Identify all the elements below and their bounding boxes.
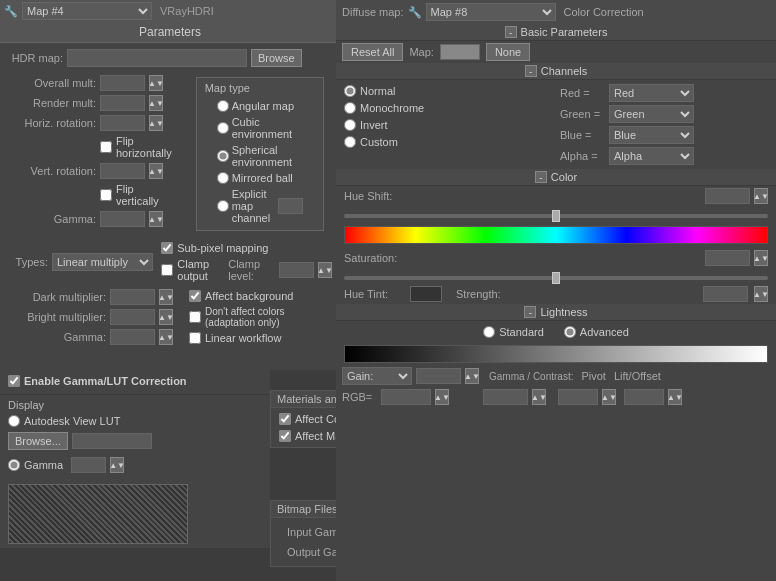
gamma2-spin[interactable]: ▲▼ [159, 329, 173, 345]
gamma-val-input[interactable]: 0,454 [483, 389, 528, 405]
standard-radio-row[interactable]: Standard [483, 325, 544, 339]
gamma-radio[interactable] [8, 459, 20, 471]
lift-val-spin[interactable]: ▲▼ [668, 389, 682, 405]
saturation-slider[interactable] [344, 276, 768, 280]
invert-radio-row[interactable]: Invert [344, 118, 552, 132]
render-mult-input[interactable]: 1,0 [100, 95, 145, 111]
flip-vert-checkbox[interactable] [100, 189, 112, 201]
explicit-value-input[interactable]: 1 [278, 198, 303, 214]
gamma-radio-row[interactable]: Gamma 2,2 ▲▼ [8, 456, 262, 474]
bright-mult-spin[interactable]: ▲▼ [159, 309, 173, 325]
lightness-collapse[interactable]: - [524, 306, 536, 318]
spherical-radio[interactable] [217, 150, 229, 162]
affect-bg-checkbox[interactable] [189, 290, 201, 302]
green-channel-select[interactable]: Green [609, 105, 694, 123]
gain-select[interactable]: Gain: [342, 367, 412, 385]
clamp-row[interactable]: Clamp output [161, 257, 224, 283]
color-collapse[interactable]: - [535, 171, 547, 183]
channels-collapse[interactable]: - [525, 65, 537, 77]
gamma-lut-checkbox[interactable] [8, 375, 20, 387]
mirrored-radio[interactable] [217, 172, 229, 184]
advanced-radio[interactable] [564, 326, 576, 338]
normal-radio[interactable] [344, 85, 356, 97]
pivot-val-input[interactable]: 1,0 [558, 389, 598, 405]
clamp-level-input[interactable]: 1,0 [279, 262, 314, 278]
horiz-rotation-spin[interactable]: ▲▼ [149, 115, 163, 131]
gamma-input[interactable]: 1,0 [100, 211, 145, 227]
angular-radio-row[interactable]: Angular map [205, 98, 315, 114]
vert-rotation-input[interactable]: 0,0 [100, 163, 145, 179]
saturation-spin[interactable]: ▲▼ [754, 250, 768, 266]
saturation-input[interactable]: 0,0 [705, 250, 750, 266]
monochrome-radio-row[interactable]: Monochrome [344, 101, 552, 115]
red-channel-select[interactable]: Red [609, 84, 694, 102]
strength-spin[interactable]: ▲▼ [754, 286, 768, 302]
dark-mult-spin[interactable]: ▲▼ [159, 289, 173, 305]
monochrome-radio[interactable] [344, 102, 356, 114]
standard-radio[interactable] [483, 326, 495, 338]
rgb-gain-spin[interactable]: ▲▼ [435, 389, 449, 405]
horiz-rotation-input[interactable]: -90,0 [100, 115, 145, 131]
lut-path-input[interactable] [72, 433, 152, 449]
browse-button[interactable]: Browse [251, 49, 302, 67]
cubic-radio-row[interactable]: Cubic environment [205, 114, 315, 142]
hue-shift-slider[interactable] [344, 214, 768, 218]
mirrored-radio-row[interactable]: Mirrored ball [205, 170, 315, 186]
blue-channel-select[interactable]: Blue [609, 126, 694, 144]
gamma-spin[interactable]: ▲▼ [149, 211, 163, 227]
map-select[interactable]: Map #4 [22, 2, 152, 20]
hue-shift-spin[interactable]: ▲▼ [754, 188, 768, 204]
gamma-lut-row[interactable]: Enable Gamma/LUT Correction [8, 374, 262, 388]
type-select[interactable]: Linear multiply [52, 253, 153, 271]
clamp-checkbox[interactable] [161, 264, 173, 276]
gamma2-input[interactable]: 2,2 [110, 329, 155, 345]
rgb-gain-input[interactable]: 100,0 [381, 389, 431, 405]
flip-horiz-checkbox[interactable] [100, 141, 112, 153]
autodesk-radio[interactable] [8, 415, 20, 427]
map-color-swatch[interactable] [440, 44, 480, 60]
lut-browse-button[interactable]: Browse... [8, 432, 68, 450]
bright-mult-input[interactable]: 1,0 [110, 309, 155, 325]
affect-material-checkbox[interactable] [279, 430, 291, 442]
alpha-channel-select[interactable]: Alpha [609, 147, 694, 165]
clamp-level-spin[interactable]: ▲▼ [318, 262, 332, 278]
subpixel-row[interactable]: Sub-pixel mapping [161, 241, 332, 255]
affect-color-checkbox[interactable] [279, 413, 291, 425]
linear-workflow-row[interactable]: Linear workflow [189, 331, 332, 345]
dark-mult-input[interactable]: 1,0 [110, 289, 155, 305]
spherical-radio-row[interactable]: Spherical environment [205, 142, 315, 170]
dont-affect-row[interactable]: Don't affect colors (adaptation only) [189, 305, 332, 329]
autodesk-row[interactable]: Autodesk View LUT [8, 414, 262, 428]
custom-radio-row[interactable]: Custom [344, 135, 552, 149]
explicit-radio[interactable] [217, 200, 229, 212]
gamma-val-spin[interactable]: ▲▼ [532, 389, 546, 405]
normal-radio-row[interactable]: Normal [344, 84, 552, 98]
subpixel-checkbox[interactable] [161, 242, 173, 254]
map-select-right[interactable]: Map #8 [426, 3, 556, 21]
gain-spin[interactable]: ▲▼ [465, 368, 479, 384]
angular-radio[interactable] [217, 100, 229, 112]
vert-rotation-spin[interactable]: ▲▼ [149, 163, 163, 179]
overall-mult-input[interactable]: 1,0 [100, 75, 145, 91]
hdr-path-input[interactable]: C:\Users\Tomek\Desktop\1.hdr [67, 49, 247, 67]
linear-workflow-checkbox[interactable] [189, 332, 201, 344]
strength-input[interactable]: 0,0 [703, 286, 748, 302]
dont-affect-checkbox[interactable] [189, 311, 201, 323]
gamma-display-spin[interactable]: ▲▼ [110, 457, 124, 473]
pivot-val-spin[interactable]: ▲▼ [602, 389, 616, 405]
reset-all-button[interactable]: Reset All [342, 43, 403, 61]
none-button[interactable]: None [486, 43, 530, 61]
basic-params-collapse[interactable]: - [505, 26, 517, 38]
advanced-radio-row[interactable]: Advanced [564, 325, 629, 339]
hue-shift-input[interactable]: 0,0 [705, 188, 750, 204]
render-mult-spin[interactable]: ▲▼ [149, 95, 163, 111]
cubic-radio[interactable] [217, 122, 229, 134]
lift-val-input[interactable]: 0,0 [624, 389, 664, 405]
affect-bg-row[interactable]: Affect background [189, 289, 332, 303]
overall-mult-spin[interactable]: ▲▼ [149, 75, 163, 91]
hue-tint-swatch[interactable] [410, 286, 442, 302]
gamma-display-input[interactable]: 2,2 [71, 457, 106, 473]
custom-radio[interactable] [344, 136, 356, 148]
gain-value-input[interactable]: 100,0 [416, 368, 461, 384]
invert-radio[interactable] [344, 119, 356, 131]
